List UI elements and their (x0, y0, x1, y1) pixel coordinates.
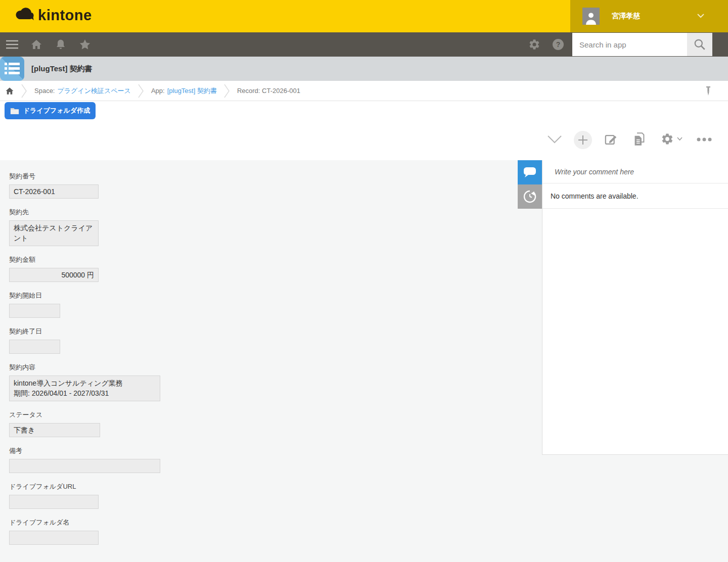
breadcrumb-app: App: [plugTest] 契約書 (151, 86, 217, 96)
record-form: 契約番号 CT-2026-001 契約先 株式会社テストクライアント 契約金額 … (9, 172, 510, 554)
folder-icon (10, 107, 19, 115)
comment-input[interactable]: Write your comment here (542, 160, 728, 183)
breadcrumb-home-icon[interactable] (5, 86, 14, 96)
field-label: 契約番号 (9, 172, 510, 180)
field-value: kintone導入コンサルティング業務 期間: 2026/04/01 - 202… (9, 376, 160, 401)
field-label: 契約金額 (9, 256, 510, 264)
edit-record-icon[interactable] (604, 133, 618, 147)
kintone-cloud-icon (15, 7, 35, 24)
field-status: ステータス 下書き (9, 411, 510, 437)
more-options-icon[interactable] (697, 137, 712, 142)
tab-record-history[interactable] (518, 184, 542, 209)
record-action-area: ドライブフォルダ作成 (0, 101, 728, 160)
tab-comments[interactable] (518, 160, 542, 184)
settings-gear-icon[interactable] (528, 38, 540, 51)
field-contract-details: 契約内容 kintone導入コンサルティング業務 期間: 2026/04/01 … (9, 363, 510, 401)
user-name: 宮澤孝慈 (612, 12, 640, 21)
field-drive-folder-name: ドライブフォルダ名 (9, 519, 510, 545)
pin-icon[interactable] (705, 86, 712, 96)
breadcrumb-record: Record: CT-2026-001 (237, 87, 300, 95)
breadcrumb: Space: プラグイン検証スペース App: [plugTest] 契約書 R… (0, 81, 728, 101)
field-label: 備考 (9, 447, 510, 455)
field-value: CT-2026-001 (9, 184, 99, 199)
field-label: 契約先 (9, 208, 510, 216)
comment-input-placeholder: Write your comment here (555, 168, 634, 176)
field-label: 契約終了日 (9, 327, 510, 336)
gear-icon (661, 132, 674, 146)
help-icon[interactable]: ? (552, 38, 564, 51)
chevron-down-icon (697, 13, 705, 19)
comment-bubble-icon (523, 167, 536, 178)
copy-record-icon[interactable] (632, 132, 646, 147)
brand-bar: kintone 宮澤孝慈 (0, 0, 728, 32)
global-nav-bar: ? (0, 32, 728, 57)
comments-empty-message: No comments are available. (542, 183, 728, 209)
breadcrumb-space-link[interactable]: プラグイン検証スペース (57, 86, 130, 96)
user-avatar-icon (582, 8, 600, 25)
record-settings-menu[interactable] (661, 132, 682, 146)
breadcrumb-separator-icon (224, 82, 230, 100)
comment-panel: Write your comment here No comments are … (542, 160, 728, 455)
field-contract-number: 契約番号 CT-2026-001 (9, 172, 510, 199)
field-label: 契約内容 (9, 363, 510, 371)
field-label: 契約開始日 (9, 292, 510, 300)
breadcrumb-space-prefix: Space: (34, 87, 55, 95)
nav-left-icons (6, 32, 91, 57)
field-contract-party: 契約先 株式会社テストクライアント (9, 208, 510, 246)
field-value (9, 459, 160, 473)
home-icon[interactable] (30, 38, 42, 51)
history-clock-icon (523, 190, 536, 203)
add-record-button[interactable] (574, 131, 592, 149)
field-label: ステータス (9, 411, 510, 419)
field-label: ドライブフォルダ名 (9, 519, 510, 527)
field-label: ドライブフォルダURL (9, 483, 510, 491)
field-value (9, 304, 60, 318)
field-value (9, 340, 60, 354)
breadcrumb-separator-icon (138, 82, 144, 100)
svg-text:?: ? (556, 40, 561, 49)
field-contract-end-date: 契約終了日 (9, 327, 510, 354)
search-icon (693, 38, 706, 51)
kintone-logo-text: kintone (38, 7, 92, 24)
field-remarks: 備考 (9, 447, 510, 473)
app-title: [plugTest] 契約書 (31, 57, 93, 81)
field-contract-amount: 契約金額 500000 円 (9, 256, 510, 282)
record-content: 契約番号 CT-2026-001 契約先 株式会社テストクライアント 契約金額 … (0, 160, 728, 562)
field-value: 株式会社テストクライアント (9, 220, 99, 246)
field-drive-folder-url: ドライブフォルダURL (9, 483, 510, 509)
breadcrumb-app-link[interactable]: [plugTest] 契約書 (167, 86, 217, 96)
chevron-down-icon (677, 137, 682, 141)
notifications-bell-icon[interactable] (55, 38, 67, 51)
hamburger-menu-icon[interactable] (6, 38, 18, 51)
favorites-star-icon[interactable] (79, 38, 91, 51)
field-value: 下書き (9, 423, 100, 437)
kintone-logo[interactable]: kintone (15, 7, 92, 24)
user-menu[interactable]: 宮澤孝慈 (570, 0, 728, 32)
app-icon[interactable] (0, 57, 24, 81)
search-button[interactable] (687, 33, 712, 56)
breadcrumb-app-prefix: App: (151, 87, 165, 95)
field-contract-start-date: 契約開始日 (9, 292, 510, 318)
breadcrumb-separator-icon (21, 82, 27, 100)
app-title-bar: [plugTest] 契約書 (0, 57, 728, 81)
create-drive-folder-button[interactable]: ドライブフォルダ作成 (5, 102, 96, 119)
field-value (9, 531, 99, 545)
nav-right-icons: ? (528, 32, 564, 57)
app-search (572, 33, 712, 56)
search-input[interactable] (572, 33, 687, 56)
create-drive-folder-label: ドライブフォルダ作成 (23, 106, 90, 115)
sidebar-tabs (518, 160, 542, 209)
collapse-record-chevron-icon[interactable] (547, 135, 562, 144)
breadcrumb-space: Space: プラグイン検証スペース (34, 86, 131, 96)
field-value: 500000 円 (9, 268, 99, 282)
field-value (9, 495, 99, 509)
